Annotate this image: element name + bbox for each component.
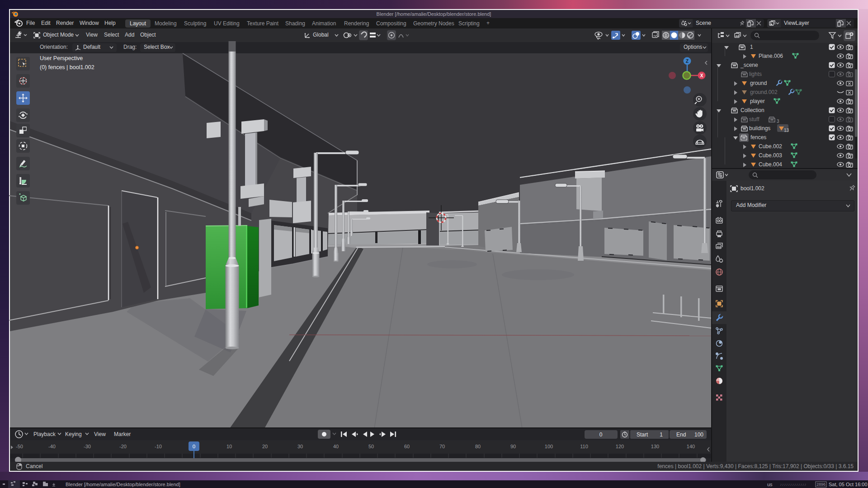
svg-text:X: X [700,73,703,78]
svg-text:-10: -10 [155,444,162,449]
svg-text:Marker: Marker [114,431,131,437]
svg-text:-50: -50 [16,444,23,449]
svg-text:110: 110 [580,444,588,449]
svg-text:10: 10 [226,444,232,449]
svg-text:Z: Z [686,59,689,64]
svg-text:60: 60 [404,444,410,449]
svg-text:♪♪♪♪♪♪♪♪♪♪♪♪♪: ♪♪♪♪♪♪♪♪♪♪♪♪♪ [780,482,807,487]
svg-text:Sat, 05 Oct 16:00 tile: Sat, 05 Oct 16:00 tile [829,482,868,487]
svg-text:140: 140 [687,444,695,449]
svg-text:-30: -30 [84,444,91,449]
svg-text:130: 130 [651,444,659,449]
svg-text:20: 20 [262,444,268,449]
svg-text:0: 0 [599,432,603,438]
svg-text:Keying: Keying [65,431,82,437]
svg-text:-20: -20 [119,444,127,449]
svg-text:40: 40 [333,444,339,449]
svg-text:100: 100 [545,444,553,449]
svg-text:120: 120 [616,444,624,449]
svg-text:Playback: Playback [33,431,56,437]
svg-text:User Perspective: User Perspective [40,55,83,61]
svg-text:-40: -40 [48,444,56,449]
svg-text:100: 100 [694,432,703,438]
svg-text:2896: 2896 [816,482,826,487]
svg-text:70: 70 [439,444,445,449]
svg-text:Start: Start [637,432,648,438]
svg-text:View: View [94,431,106,437]
svg-text:Blender [/home/amalie/Desktop/: Blender [/home/amalie/Desktop/blender/st… [66,482,180,487]
svg-text:us: us [767,482,773,487]
svg-text:1: 1 [660,432,663,438]
svg-text:0: 0 [193,444,195,449]
svg-text:30: 30 [297,444,303,449]
svg-text:(0) fences | bool1.002: (0) fences | bool1.002 [40,64,94,70]
svg-text:End: End [676,432,686,438]
svg-text:90: 90 [510,444,516,449]
svg-text:80: 80 [475,444,481,449]
svg-text:50: 50 [368,444,374,449]
